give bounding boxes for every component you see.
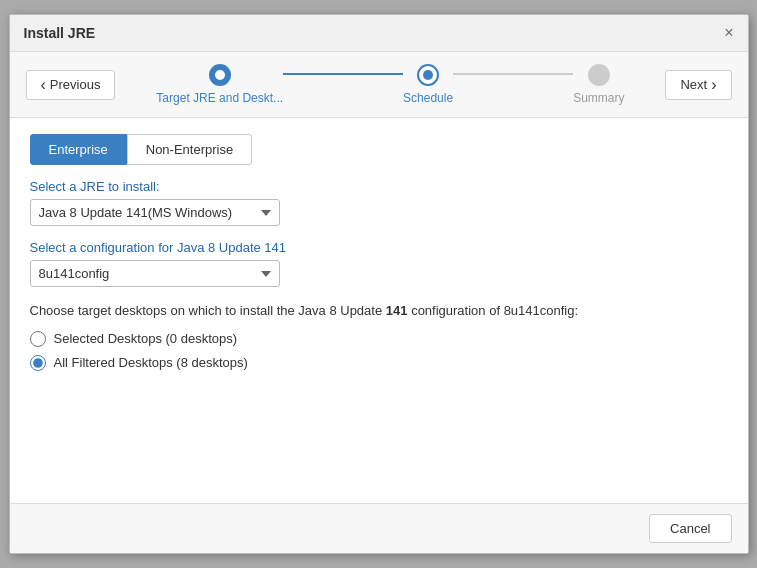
dialog-body: Enterprise Non-Enterprise Select a JRE t… (10, 118, 748, 503)
config-label: Select a configuration for Java 8 Update… (30, 240, 728, 255)
step-1-circle (209, 64, 231, 86)
chevron-left-icon (41, 76, 46, 94)
dialog-title: Install JRE (24, 25, 96, 41)
chevron-right-icon (711, 76, 716, 94)
jre-select[interactable]: Java 8 Update 141(MS Windows) (30, 199, 280, 226)
step-line-1 (283, 73, 403, 75)
jre-label: Select a JRE to install: (30, 179, 728, 194)
tab-enterprise[interactable]: Enterprise (30, 134, 127, 165)
step-line-2 (453, 73, 573, 75)
target-version-bold: 141 (386, 303, 408, 318)
config-section: Select a configuration for Java 8 Update… (30, 240, 728, 287)
dialog-title-bar: Install JRE × (10, 15, 748, 52)
steps-container: Target JRE and Deskt... Schedule Summary (115, 64, 665, 105)
target-suffix-text: configuration of 8u141config: (411, 303, 578, 318)
step-1-label: Target JRE and Deskt... (156, 91, 283, 105)
config-select[interactable]: 8u141config (30, 260, 280, 287)
step-3-label: Summary (573, 91, 624, 105)
step-3: Summary (573, 64, 624, 105)
radio-selected-desktops[interactable]: Selected Desktops (0 desktops) (30, 331, 728, 347)
target-description: Choose target desktops on which to insta… (30, 301, 728, 322)
next-button[interactable]: Next (665, 70, 731, 100)
target-prefix: Choose target desktops on which to insta… (30, 303, 383, 318)
step-2-label: Schedule (403, 91, 453, 105)
radio-all-desktops[interactable]: All Filtered Desktops (8 desktops) (30, 355, 728, 371)
step-2-circle (417, 64, 439, 86)
install-jre-dialog: Install JRE × Previous Target JRE and De… (9, 14, 749, 554)
step-3-circle (588, 64, 610, 86)
radio-selected-input[interactable] (30, 331, 46, 347)
previous-label: Previous (50, 77, 101, 92)
tab-bar: Enterprise Non-Enterprise (30, 134, 728, 165)
target-section: Choose target desktops on which to insta… (30, 301, 728, 371)
dialog-footer: Cancel (10, 503, 748, 553)
close-button[interactable]: × (724, 25, 733, 41)
tab-non-enterprise[interactable]: Non-Enterprise (127, 134, 252, 165)
cancel-button[interactable]: Cancel (649, 514, 731, 543)
wizard-nav: Previous Target JRE and Deskt... Schedul… (10, 52, 748, 118)
step-1: Target JRE and Deskt... (156, 64, 283, 105)
jre-section: Select a JRE to install: Java 8 Update 1… (30, 179, 728, 226)
radio-all-input[interactable] (30, 355, 46, 371)
step-2: Schedule (403, 64, 453, 105)
radio-group: Selected Desktops (0 desktops) All Filte… (30, 331, 728, 371)
radio-selected-label: Selected Desktops (0 desktops) (54, 331, 238, 346)
radio-all-label: All Filtered Desktops (8 desktops) (54, 355, 248, 370)
next-label: Next (680, 77, 707, 92)
previous-button[interactable]: Previous (26, 70, 116, 100)
